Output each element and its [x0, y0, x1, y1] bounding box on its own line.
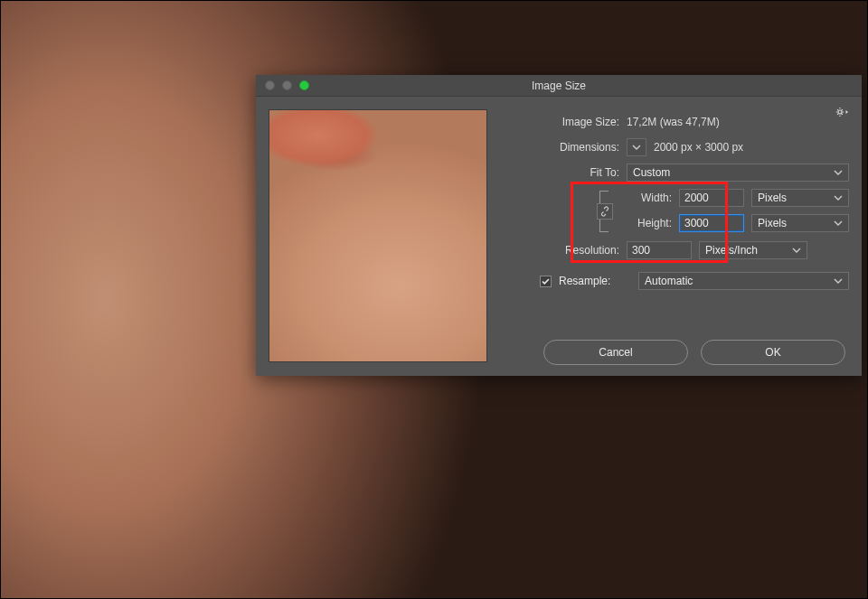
resample-value: Automatic — [645, 275, 693, 287]
svg-point-0 — [838, 110, 842, 114]
ok-button[interactable]: OK — [701, 340, 845, 365]
height-label: Height: — [619, 217, 672, 229]
resolution-unit-value: Pixels/Inch — [705, 244, 758, 257]
dialog-titlebar[interactable]: Image Size — [256, 75, 862, 97]
resolution-label: Resolution: — [502, 244, 619, 257]
resample-checkbox[interactable] — [540, 276, 552, 287]
fit-to-label: Fit To: — [502, 166, 619, 179]
height-unit-value: Pixels — [758, 217, 787, 229]
document-canvas: Image Size Image Size: 17,2M (was 47,7M)… — [0, 0, 868, 599]
window-minimize-button[interactable] — [282, 80, 292, 90]
controls-panel: Image Size: 17,2M (was 47,7M) Dimensions… — [502, 109, 849, 365]
window-controls — [256, 80, 309, 90]
width-unit-value: Pixels — [758, 192, 787, 204]
gear-icon[interactable] — [835, 106, 849, 121]
dimensions-unit-toggle[interactable] — [627, 138, 646, 156]
fit-to-value: Custom — [633, 166, 670, 179]
constrain-proportions-toggle[interactable] — [597, 203, 613, 220]
fit-to-dropdown[interactable]: Custom — [627, 164, 849, 182]
dialog-title: Image Size — [256, 80, 862, 92]
image-preview[interactable] — [269, 109, 487, 362]
dimensions-value: 2000 px × 3000 px — [654, 141, 743, 154]
image-size-label: Image Size: — [502, 116, 619, 128]
resample-label: Resample: — [559, 275, 631, 287]
height-input[interactable]: 3000 — [679, 214, 744, 232]
image-size-value: 17,2M (was 47,7M) — [627, 116, 720, 128]
window-maximize-button[interactable] — [299, 80, 309, 90]
window-close-button[interactable] — [265, 80, 275, 90]
resample-dropdown[interactable]: Automatic — [638, 272, 849, 290]
width-unit-dropdown[interactable]: Pixels — [751, 189, 849, 207]
image-size-dialog: Image Size Image Size: 17,2M (was 47,7M)… — [256, 75, 862, 376]
width-label: Width: — [619, 192, 672, 204]
resolution-unit-dropdown[interactable]: Pixels/Inch — [699, 241, 807, 259]
resolution-input[interactable]: 300 — [627, 241, 692, 259]
dimensions-label: Dimensions: — [502, 141, 619, 154]
width-input[interactable]: 2000 — [679, 189, 744, 207]
height-unit-dropdown[interactable]: Pixels — [751, 214, 849, 232]
cancel-button[interactable]: Cancel — [543, 340, 688, 365]
